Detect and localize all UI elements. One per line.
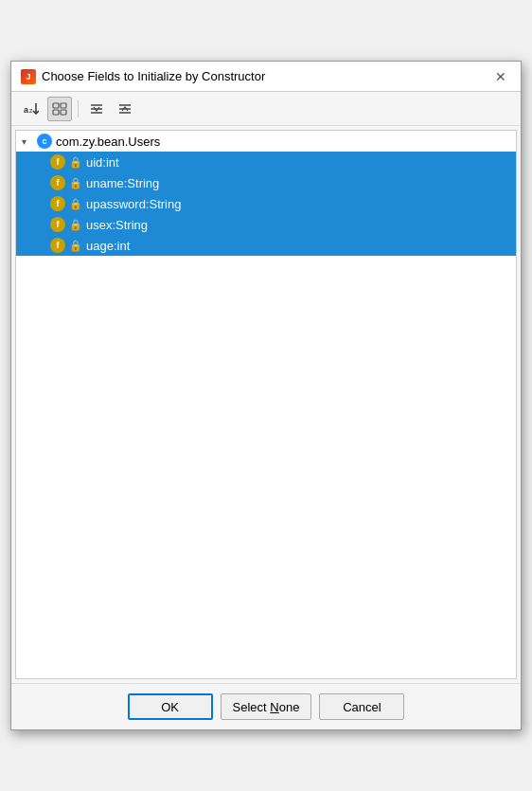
close-button[interactable]: ✕ bbox=[490, 66, 511, 87]
parent-class-label: com.zy.bean.Users bbox=[56, 135, 160, 149]
svg-rect-3 bbox=[53, 103, 59, 108]
class-badge: c bbox=[37, 134, 52, 149]
svg-rect-4 bbox=[61, 103, 66, 108]
svg-rect-5 bbox=[53, 110, 59, 115]
choose-fields-dialog: J Choose Fields to Initialize by Constru… bbox=[10, 61, 522, 730]
svg-text:z: z bbox=[29, 107, 33, 114]
field-label-2: upassword:String bbox=[86, 197, 181, 211]
sort-alpha-icon: a z bbox=[24, 101, 39, 117]
field-label-0: uid:int bbox=[86, 155, 119, 170]
toolbar: a z bbox=[11, 92, 521, 126]
select-none-button[interactable]: Select None bbox=[221, 693, 312, 720]
list-item[interactable]: f 🔒 uid:int bbox=[16, 152, 516, 172]
lock-icon-0: 🔒 bbox=[69, 156, 82, 169]
lock-icon-3: 🔒 bbox=[69, 219, 82, 231]
lock-icon-1: 🔒 bbox=[69, 177, 82, 189]
field-label-4: uage:int bbox=[86, 239, 130, 253]
field-label-3: usex:String bbox=[86, 218, 148, 232]
ok-button[interactable]: OK bbox=[128, 693, 213, 720]
footer: OK Select None Cancel bbox=[11, 683, 521, 729]
list-item[interactable]: f 🔒 usex:String bbox=[16, 214, 516, 235]
lock-icon-2: 🔒 bbox=[69, 198, 82, 210]
chevron-icon: ▾ bbox=[22, 136, 33, 147]
app-icon: J bbox=[21, 69, 36, 84]
lock-icon-4: 🔒 bbox=[69, 240, 82, 252]
toolbar-sep-1 bbox=[78, 100, 79, 117]
expand-all-button[interactable] bbox=[84, 97, 109, 121]
expand-all-icon bbox=[89, 101, 104, 117]
tree-children: f 🔒 uid:int f 🔒 uname:String f bbox=[16, 152, 516, 256]
collapse-all-icon bbox=[117, 101, 133, 117]
group-button[interactable] bbox=[47, 97, 72, 121]
svg-rect-6 bbox=[61, 110, 66, 115]
cancel-button[interactable]: Cancel bbox=[319, 693, 404, 720]
tree-root: ▾ c com.zy.bean.Users f 🔒 uid:int f bbox=[16, 131, 516, 256]
list-item[interactable]: f 🔒 upassword:String bbox=[16, 193, 516, 214]
sort-alpha-button[interactable]: a z bbox=[19, 97, 44, 121]
title-bar: J Choose Fields to Initialize by Constru… bbox=[11, 62, 521, 92]
field-badge-0: f bbox=[50, 154, 65, 170]
field-badge-4: f bbox=[50, 238, 65, 253]
list-item[interactable]: f 🔒 uname:String bbox=[16, 172, 516, 193]
collapse-all-button[interactable] bbox=[113, 97, 137, 121]
field-badge-3: f bbox=[50, 217, 65, 232]
dialog-title: Choose Fields to Initialize by Construct… bbox=[42, 69, 265, 83]
group-icon bbox=[52, 101, 67, 117]
title-bar-left: J Choose Fields to Initialize by Constru… bbox=[21, 69, 265, 84]
select-none-label: Select None bbox=[233, 700, 300, 714]
tree-parent-row[interactable]: ▾ c com.zy.bean.Users bbox=[16, 131, 516, 152]
field-label-1: uname:String bbox=[86, 176, 159, 190]
list-item[interactable]: f 🔒 uage:int bbox=[16, 235, 516, 256]
field-tree[interactable]: ▾ c com.zy.bean.Users f 🔒 uid:int f bbox=[15, 130, 517, 679]
underline-n: N bbox=[270, 700, 278, 714]
field-badge-1: f bbox=[50, 175, 65, 190]
field-badge-2: f bbox=[50, 196, 65, 211]
